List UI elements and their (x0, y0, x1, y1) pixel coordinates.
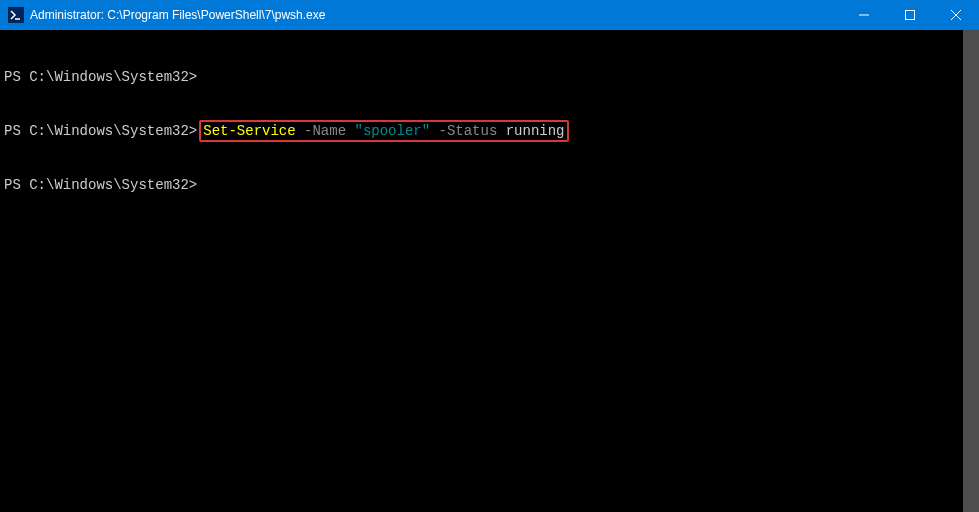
console-window: Administrator: C:\Program Files\PowerShe… (0, 0, 979, 512)
maximize-button[interactable] (887, 0, 933, 30)
parameter-name: -Status (430, 122, 497, 140)
parameter-value: running (497, 122, 564, 140)
prompt: PS C:\Windows\System32> (4, 122, 197, 140)
svg-rect-3 (906, 11, 915, 20)
window-controls (841, 0, 979, 30)
terminal-line: PS C:\Windows\System32> (4, 176, 975, 194)
prompt: PS C:\Windows\System32> (4, 68, 197, 86)
parameter-name: -Name (296, 122, 346, 140)
scrollbar[interactable] (963, 30, 979, 512)
minimize-button[interactable] (841, 0, 887, 30)
prompt: PS C:\Windows\System32> (4, 176, 197, 194)
terminal-line: PS C:\Windows\System32> Set-Service -Nam… (4, 122, 975, 140)
scrollbar-thumb[interactable] (963, 30, 979, 512)
cmdlet-name: Set-Service (203, 122, 295, 140)
powershell-icon (8, 7, 24, 23)
command-highlight: Set-Service -Name "spooler" -Status runn… (199, 120, 568, 142)
close-button[interactable] (933, 0, 979, 30)
terminal-line: PS C:\Windows\System32> (4, 68, 975, 86)
string-value: "spooler" (346, 122, 430, 140)
terminal-area[interactable]: PS C:\Windows\System32> PS C:\Windows\Sy… (0, 30, 979, 512)
window-title: Administrator: C:\Program Files\PowerShe… (30, 8, 841, 22)
titlebar[interactable]: Administrator: C:\Program Files\PowerShe… (0, 0, 979, 30)
